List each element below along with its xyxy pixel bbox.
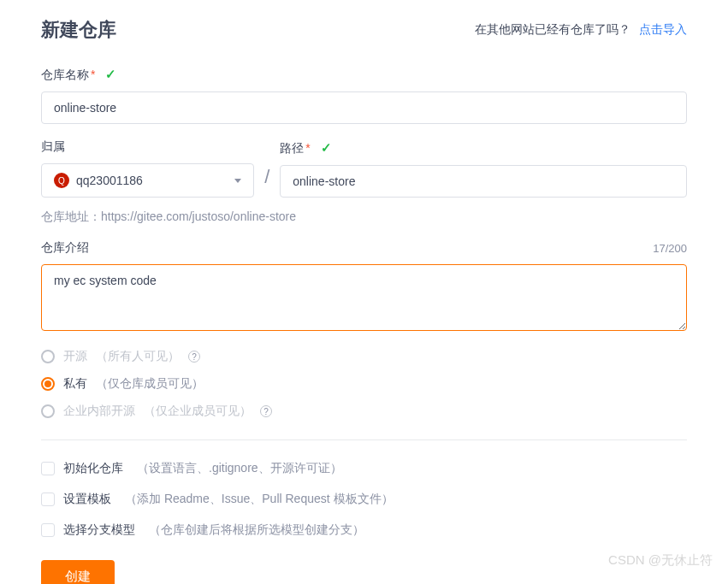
avatar: Q <box>54 173 69 188</box>
required-star: * <box>91 68 95 81</box>
chevron-down-icon <box>234 179 241 183</box>
import-link[interactable]: 点击导入 <box>639 22 687 36</box>
owner-dropdown[interactable]: Q qq23001186 <box>41 163 254 198</box>
owner-label: 归属 <box>41 139 254 155</box>
visibility-radio-1[interactable]: 私有（仅仓库成员可见） <box>41 376 687 392</box>
checkbox-label-sub: （仓库创建后将根据所选模型创建分支） <box>149 522 364 538</box>
divider <box>41 439 687 440</box>
radio-circle-icon <box>41 377 55 391</box>
checkbox-label-main: 选择分支模型 <box>63 522 135 538</box>
path-separator: / <box>254 166 280 198</box>
radio-circle-icon <box>41 350 55 363</box>
repo-name-input[interactable] <box>41 91 687 124</box>
check-icon: ✓ <box>105 67 116 82</box>
checkbox-box-icon <box>41 523 55 537</box>
owner-selected: qq23001186 <box>76 174 143 187</box>
required-star: * <box>305 141 310 155</box>
intro-label: 仓库介绍 <box>41 240 89 256</box>
visibility-radio-2: 企业内部开源（仅企业成员可见）? <box>41 404 687 419</box>
checkbox-item-0[interactable]: 初始化仓库（设置语言、.gitignore、开源许可证） <box>41 461 687 476</box>
visibility-radio-0: 开源（所有人可见）? <box>41 349 687 364</box>
radio-label-main: 开源 <box>63 349 87 364</box>
checkbox-box-icon <box>41 462 55 475</box>
import-hint-text: 在其他网站已经有仓库了吗？ <box>475 22 630 36</box>
watermark: CSDN @无休止符 <box>608 552 713 569</box>
path-label: 路径* ✓ <box>280 140 687 156</box>
checkbox-item-2[interactable]: 选择分支模型（仓库创建后将根据所选模型创建分支） <box>41 522 687 538</box>
checkbox-label-main: 初始化仓库 <box>63 461 123 476</box>
radio-label-main: 私有 <box>63 376 87 392</box>
import-hint-container: 在其他网站已经有仓库了吗？ 点击导入 <box>475 22 687 38</box>
create-button[interactable]: 创建 <box>41 560 115 584</box>
checkbox-label-sub: （设置语言、.gitignore、开源许可证） <box>137 461 342 476</box>
radio-label-sub: （仅仓库成员可见） <box>96 376 204 392</box>
repo-url-hint: 仓库地址：https://gitee.com/justoso/online-st… <box>41 209 687 225</box>
checkbox-label-sub: （添加 Readme、Issue、Pull Request 模板文件） <box>125 492 394 507</box>
radio-label-sub: （仅企业成员可见） <box>144 404 252 419</box>
path-input[interactable] <box>280 165 687 198</box>
help-icon[interactable]: ? <box>188 351 200 363</box>
check-icon: ✓ <box>321 140 332 156</box>
intro-textarea[interactable]: my ec system code <box>41 264 687 331</box>
options-checkbox-group: 初始化仓库（设置语言、.gitignore、开源许可证）设置模板（添加 Read… <box>41 461 687 538</box>
radio-label-main: 企业内部开源 <box>63 404 135 419</box>
repo-name-label: 仓库名称* ✓ <box>41 67 687 83</box>
radio-label-sub: （所有人可见） <box>96 349 180 364</box>
char-count: 17/200 <box>653 242 687 255</box>
visibility-radio-group: 开源（所有人可见）?私有（仅仓库成员可见）企业内部开源（仅企业成员可见）? <box>41 349 687 419</box>
checkbox-label-main: 设置模板 <box>63 492 111 507</box>
radio-circle-icon <box>41 404 55 418</box>
checkbox-box-icon <box>41 493 55 506</box>
checkbox-item-1[interactable]: 设置模板（添加 Readme、Issue、Pull Request 模板文件） <box>41 492 687 507</box>
page-title: 新建仓库 <box>41 17 116 43</box>
help-icon[interactable]: ? <box>260 405 272 417</box>
